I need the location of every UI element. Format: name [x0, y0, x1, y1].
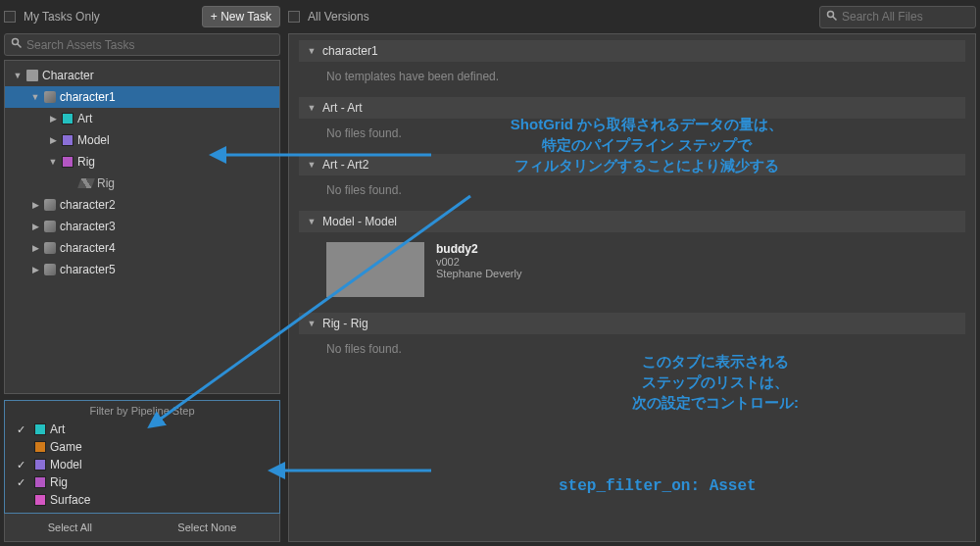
right-panel: All Versions character1 No templates hav…: [284, 0, 980, 546]
chevron-down-icon: [48, 157, 58, 167]
chevron-right-icon: [48, 114, 58, 124]
section-art-art2[interactable]: Art - Art2: [299, 154, 965, 175]
tree-item-character2[interactable]: character2: [5, 194, 279, 216]
tree-label: character4: [60, 241, 116, 255]
step-swatch-icon: [62, 113, 74, 124]
check-icon: ✓: [17, 459, 30, 472]
filter-label: Art: [50, 422, 65, 436]
cube-icon: [44, 221, 56, 232]
filter-panel: Filter by Pipeline Step ✓ Art Game ✓ Mod…: [4, 400, 280, 514]
section-art-art[interactable]: Art - Art: [299, 97, 965, 119]
filter-row-game[interactable]: Game: [5, 438, 279, 456]
filter-row-rig[interactable]: ✓ Rig: [5, 473, 279, 491]
asset-tree: Character character1 Art Model Rig Rig: [4, 60, 280, 394]
chevron-right-icon: [30, 200, 40, 210]
section-title: Art - Art2: [322, 158, 368, 172]
new-task-button[interactable]: + New Task: [202, 6, 280, 27]
folder-icon: [26, 70, 38, 81]
filter-label: Game: [50, 440, 82, 454]
step-swatch-icon: [34, 494, 46, 506]
chevron-down-icon: [30, 92, 40, 102]
svg-point-0: [13, 39, 19, 45]
all-versions-checkbox[interactable]: [288, 11, 300, 23]
tree-root-character[interactable]: Character: [5, 65, 279, 86]
section-title: Rig - Rig: [322, 317, 368, 330]
chevron-right-icon: [30, 243, 40, 253]
tree-item-rig[interactable]: Rig: [5, 151, 279, 173]
tree-item-character4[interactable]: character4: [5, 237, 279, 259]
tree-label: Rig: [97, 176, 115, 190]
svg-line-1: [18, 44, 22, 48]
filter-label: Surface: [50, 493, 90, 507]
step-swatch-icon: [34, 423, 46, 435]
left-panel: My Tasks Only + New Task Character chara…: [0, 0, 284, 546]
cube-icon: [44, 264, 56, 275]
asset-author: Stephane Deverly: [436, 268, 521, 279]
check-icon: ✓: [17, 476, 30, 489]
filter-row-surface[interactable]: Surface: [5, 491, 279, 509]
filter-row-model[interactable]: ✓ Model: [5, 456, 279, 473]
thumbnail-icon: [326, 242, 424, 297]
my-tasks-checkbox[interactable]: [4, 11, 16, 23]
filter-panel-title: Filter by Pipeline Step: [5, 405, 279, 421]
section-title: Art - Art: [322, 101, 363, 115]
all-versions-label: All Versions: [308, 10, 369, 24]
chevron-down-icon: [307, 160, 317, 170]
tree-label: Model: [77, 133, 110, 147]
tree-label: Character: [42, 69, 94, 82]
asset-name: buddy2: [436, 242, 521, 256]
file-area: character1 No templates have been define…: [288, 33, 976, 542]
asset-search-input[interactable]: [26, 38, 273, 52]
svg-point-2: [828, 11, 834, 17]
check-icon: ✓: [17, 423, 30, 436]
tree-item-model[interactable]: Model: [5, 129, 279, 151]
search-icon: [826, 10, 838, 25]
tree-label: character3: [60, 220, 116, 233]
select-all-button[interactable]: Select All: [40, 520, 100, 535]
section-character1[interactable]: character1: [299, 40, 965, 62]
section-title: Model - Model: [322, 215, 397, 228]
empty-message: No files found.: [299, 175, 965, 205]
select-none-button[interactable]: Select None: [170, 520, 244, 535]
tree-task-rig[interactable]: Rig: [5, 173, 279, 194]
chevron-down-icon: [307, 103, 317, 113]
section-rig-rig[interactable]: Rig - Rig: [299, 313, 965, 334]
section-model-model[interactable]: Model - Model: [299, 211, 965, 232]
asset-version: v002: [436, 256, 521, 268]
chevron-right-icon: [30, 222, 40, 231]
chevron-down-icon: [13, 71, 23, 80]
chevron-down-icon: [307, 319, 317, 328]
chevron-right-icon: [48, 135, 58, 145]
step-swatch-icon: [34, 459, 46, 471]
filter-row-art[interactable]: ✓ Art: [5, 421, 279, 438]
section-title: character1: [322, 44, 378, 58]
tree-label: character5: [60, 263, 116, 276]
step-swatch-icon: [34, 441, 46, 453]
filter-label: Model: [50, 458, 82, 472]
chevron-down-icon: [307, 46, 317, 56]
tree-label: Rig: [77, 155, 95, 169]
tree-label: character1: [60, 90, 116, 104]
step-swatch-icon: [62, 156, 74, 168]
chevron-right-icon: [30, 265, 40, 274]
tree-item-character1[interactable]: character1: [5, 86, 279, 108]
file-search-input[interactable]: [842, 10, 980, 24]
cube-icon: [44, 242, 56, 254]
search-icon: [11, 37, 23, 52]
filter-bottom-row: Select All Select None: [4, 514, 280, 542]
cube-icon: [44, 199, 56, 211]
step-swatch-icon: [34, 476, 46, 488]
tree-item-character5[interactable]: character5: [5, 259, 279, 280]
asset-info: buddy2 v002 Stephane Deverly: [436, 242, 521, 297]
file-search[interactable]: [819, 6, 976, 28]
tree-item-art[interactable]: Art: [5, 108, 279, 129]
empty-message: No files found.: [299, 119, 965, 148]
tree-item-character3[interactable]: character3: [5, 216, 279, 237]
asset-item[interactable]: buddy2 v002 Stephane Deverly: [299, 232, 965, 307]
filter-label: Rig: [50, 475, 68, 489]
asset-search[interactable]: [4, 33, 280, 56]
my-tasks-label: My Tasks Only: [24, 10, 100, 24]
tree-label: Art: [77, 112, 92, 125]
left-toolbar: My Tasks Only + New Task: [4, 4, 280, 29]
right-toolbar: All Versions: [288, 4, 976, 29]
